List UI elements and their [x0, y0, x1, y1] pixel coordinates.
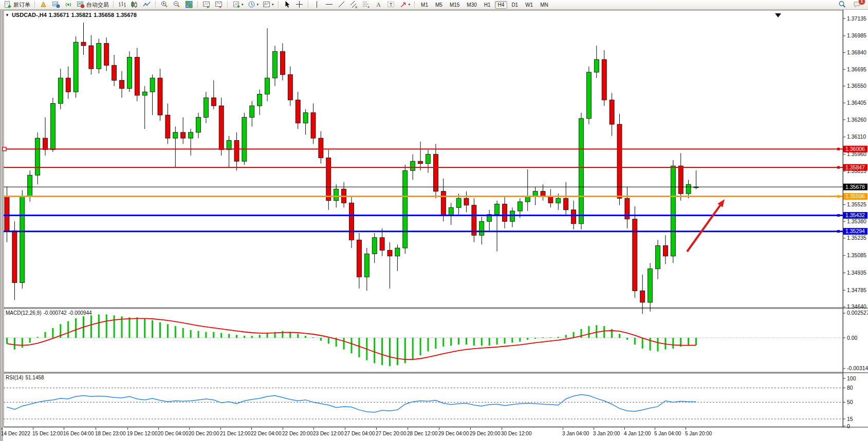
svg-text:T: T	[390, 2, 393, 7]
chart-menu-arrow-icon[interactable]: ▼	[5, 13, 9, 17]
hline-left-handle[interactable]	[3, 147, 6, 151]
candle-bearish	[158, 78, 162, 115]
new-chart-menu-button[interactable]: ▾	[231, 0, 245, 10]
hline-right-handle[interactable]	[837, 166, 840, 169]
crosshair-button[interactable]	[294, 0, 305, 10]
candle-bullish	[150, 78, 155, 92]
candle-bullish	[510, 211, 514, 221]
rsi-axis-label: 80	[847, 385, 853, 391]
zoom-out-button[interactable]	[171, 0, 182, 10]
timeframe-M15-button[interactable]: M15	[447, 1, 463, 9]
chart-shift-button[interactable]	[213, 0, 225, 10]
price-axis-label: 1.35525	[847, 201, 866, 207]
new-chart-menu-dropdown-arrow-icon[interactable]: ▾	[242, 3, 244, 7]
price-badge-label: 1.35678	[845, 184, 865, 190]
candle-chart-button[interactable]	[129, 0, 140, 10]
rsi-pane[interactable]	[4, 373, 843, 427]
trendline-button[interactable]	[336, 0, 347, 10]
candle-bearish	[280, 51, 285, 74]
periods-menu-dropdown-arrow-icon[interactable]: ▾	[257, 3, 259, 7]
tile-windows-button[interactable]	[183, 0, 195, 10]
price-axis-label: 1.36840	[847, 49, 866, 55]
timeframe-H1-button[interactable]: H1	[481, 1, 494, 9]
auto-trading-button[interactable]: 自动交易	[75, 0, 110, 10]
periods-menu-button[interactable]: ▾	[246, 0, 261, 10]
chart-canvas[interactable]: 1.371351.369851.368401.366951.365501.364…	[0, 0, 868, 441]
timeframe-MN-button[interactable]: MN	[537, 1, 551, 9]
price-badge-label: 1.35432	[845, 212, 865, 218]
time-axis-label: 22 Dec 04:00	[251, 431, 282, 436]
candle-bullish	[303, 113, 308, 123]
timeframe-W1-button[interactable]: W1	[522, 1, 536, 9]
zoom-in-button[interactable]	[159, 0, 170, 10]
time-axis-label: 28 Dec 12:00	[407, 431, 438, 436]
search-button[interactable]	[837, 0, 848, 10]
arrows-menu-button[interactable]: ▾	[398, 0, 412, 10]
bar-chart-button[interactable]	[117, 0, 128, 10]
new-order-button[interactable]: 新订单	[2, 0, 32, 10]
time-axis-label: 23 Dec 12:00	[313, 431, 344, 436]
text-button[interactable]: A	[373, 0, 384, 10]
market-watch-button[interactable]	[50, 0, 62, 10]
price-axis-label: 1.36260	[847, 117, 866, 123]
candle-bullish	[533, 191, 538, 196]
new-order-icon	[4, 1, 12, 9]
profiles-button[interactable]	[38, 0, 49, 10]
time-axis-label: 5 Jan 04:00	[654, 431, 681, 436]
line-chart-button[interactable]	[141, 0, 153, 10]
candle-bullish	[372, 238, 377, 254]
horizontal-line-button[interactable]	[324, 0, 335, 10]
timeframe-H4-button[interactable]: H4	[495, 1, 508, 9]
candle-bearish	[464, 198, 469, 205]
price-axis-label: 1.36110	[847, 133, 866, 140]
auto-scroll-button[interactable]	[201, 0, 212, 10]
candle-bullish	[142, 92, 147, 95]
equidistant-channel-button[interactable]: E	[348, 0, 360, 10]
candle-bearish	[571, 210, 576, 224]
candle-bullish	[449, 207, 453, 216]
notifications-button[interactable]: 1	[852, 0, 863, 10]
cursor-button[interactable]	[282, 0, 293, 10]
templates-menu-button[interactable]: ▾	[261, 0, 275, 10]
hline-right-handle[interactable]	[837, 148, 840, 150]
candle-bearish	[433, 155, 438, 191]
rsi-axis-label: 50	[847, 399, 853, 405]
candle-bearish	[5, 196, 9, 231]
candle-bearish	[357, 240, 361, 277]
hline-right-handle[interactable]	[837, 230, 840, 233]
cursor-icon	[283, 1, 291, 9]
signals-button[interactable]	[63, 0, 74, 10]
time-axis-label: 15 Dec 12:00	[32, 431, 63, 436]
toolbar-right-group: 1	[836, 0, 863, 10]
fibonacci-button[interactable]: F	[361, 0, 372, 10]
text-label-button[interactable]: T	[385, 0, 397, 10]
macd-axis-label: 0.00	[847, 335, 858, 341]
arrows-menu-dropdown-arrow-icon[interactable]: ▾	[409, 3, 411, 7]
ohlc-high: 1.35821	[71, 12, 92, 18]
chart-shift-icon	[215, 1, 223, 9]
toolbar-separator	[414, 1, 415, 8]
candle-bullish	[518, 202, 522, 211]
templates-menu-icon	[263, 1, 271, 9]
timeframe-M30-button[interactable]: M30	[464, 1, 479, 9]
market-watch-icon	[52, 1, 60, 9]
time-axis-label: 18 Dec 23:00	[95, 431, 126, 436]
candle-bullish	[35, 138, 40, 175]
price-axis-label: 1.36695	[847, 66, 866, 72]
price-axis-label: 1.34640	[847, 303, 866, 310]
candle-bearish	[678, 166, 683, 194]
candle-bullish	[495, 204, 500, 214]
candle-bullish	[273, 51, 278, 78]
hline-right-handle[interactable]	[837, 195, 840, 198]
timeframe-D1-button[interactable]: D1	[508, 1, 521, 9]
templates-menu-dropdown-arrow-icon[interactable]: ▾	[272, 3, 274, 7]
hline-right-handle[interactable]	[837, 214, 840, 217]
timeframe-M1-button[interactable]: M1	[418, 1, 431, 9]
vertical-line-button[interactable]	[311, 0, 323, 10]
candle-bullish	[20, 196, 25, 283]
candle-bearish	[441, 191, 446, 216]
candle-bullish	[479, 221, 484, 235]
candle-bullish	[334, 189, 339, 201]
timeframe-M5-button[interactable]: M5	[432, 1, 446, 9]
candle-bullish	[648, 269, 653, 302]
